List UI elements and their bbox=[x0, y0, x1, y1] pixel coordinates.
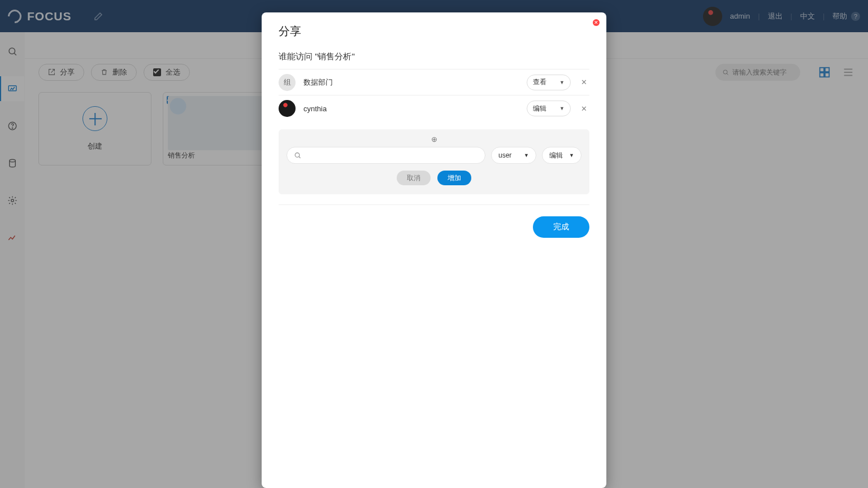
share-list: 组 数据部门 查看 ▼ ✕ cynthia 编辑 ▼ ✕ bbox=[279, 69, 589, 121]
share-name: cynthia bbox=[303, 104, 519, 113]
permission-select[interactable]: 编辑 ▼ bbox=[527, 101, 571, 116]
add-cancel-button[interactable]: 取消 bbox=[397, 171, 431, 185]
remove-row-button[interactable]: ✕ bbox=[579, 78, 589, 86]
add-perm-select[interactable]: 编辑 ▼ bbox=[542, 147, 581, 164]
share-name: 数据部门 bbox=[303, 77, 519, 88]
share-modal: ✕ 分享 谁能访问 "销售分析" 组 数据部门 查看 ▼ ✕ cynthia 编… bbox=[262, 12, 606, 488]
search-icon bbox=[294, 151, 301, 159]
group-badge-icon: 组 bbox=[279, 74, 296, 91]
chevron-down-icon: ▼ bbox=[524, 152, 529, 158]
chevron-down-icon: ▼ bbox=[559, 80, 565, 85]
share-row: 组 数据部门 查看 ▼ ✕ bbox=[279, 69, 589, 95]
add-search-box[interactable] bbox=[287, 147, 485, 164]
modal-close-button[interactable]: ✕ bbox=[593, 19, 600, 26]
chevron-down-icon: ▼ bbox=[559, 106, 565, 111]
add-plus-icon[interactable]: ⊕ bbox=[287, 135, 581, 143]
modal-overlay: ✕ 分享 谁能访问 "销售分析" 组 数据部门 查看 ▼ ✕ cynthia 编… bbox=[0, 0, 868, 488]
modal-subtitle: 谁能访问 "销售分析" bbox=[279, 51, 589, 62]
share-row: cynthia 编辑 ▼ ✕ bbox=[279, 95, 589, 121]
user-avatar-icon bbox=[279, 100, 296, 117]
chevron-down-icon: ▼ bbox=[569, 152, 574, 158]
remove-row-button[interactable]: ✕ bbox=[579, 104, 589, 113]
svg-point-11 bbox=[295, 153, 300, 158]
add-type-select[interactable]: user ▼ bbox=[491, 147, 536, 164]
modal-title: 分享 bbox=[279, 24, 589, 39]
add-panel: ⊕ user ▼ 编辑 ▼ 取消 增加 bbox=[279, 129, 589, 194]
done-button[interactable]: 完成 bbox=[533, 216, 589, 238]
add-search-input[interactable] bbox=[305, 151, 478, 159]
permission-select[interactable]: 查看 ▼ bbox=[527, 75, 571, 90]
add-confirm-button[interactable]: 增加 bbox=[437, 171, 471, 185]
